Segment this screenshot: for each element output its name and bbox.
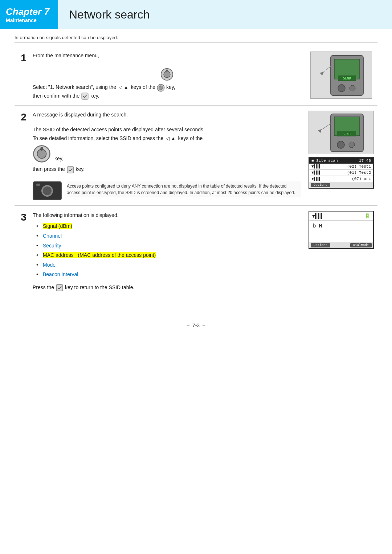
- options-btn[interactable]: Options: [311, 183, 330, 187]
- svg-point-24: [337, 141, 344, 148]
- step-2-text-3a: To see detailed information, select the …: [33, 135, 163, 141]
- step-3-text-end-a: Press the: [33, 284, 54, 290]
- bullet-beacon: Beacon Interval: [36, 270, 301, 279]
- detail-screen: ▼▌▌▌ 🔋 b H Options DialMode: [309, 211, 374, 249]
- title-block: Network search: [58, 0, 392, 29]
- detail-options-btn[interactable]: Options: [311, 243, 330, 247]
- step-3-text-1: The following information is displayed.: [33, 211, 301, 220]
- step-1-text-2a: Select "1. Network search", using the: [33, 84, 116, 90]
- detail-info-row: b H: [309, 221, 373, 242]
- bullet-signal: Signal (dBm): [36, 221, 301, 231]
- step-1-body: From the maintenance menu, Select "1. Ne…: [33, 52, 305, 100]
- step-1-text-3a: then confirm with the: [33, 93, 79, 99]
- site-scan-time: 17:40: [359, 159, 371, 163]
- site-scan-label: ■ Site scan: [311, 159, 338, 163]
- bullet-signal-text: Signal (dBm): [43, 223, 72, 229]
- ssid-3: (07) ori: [352, 177, 371, 181]
- svg-rect-19: [67, 167, 74, 173]
- step-2: 2 A message is displayed during the sear…: [15, 106, 377, 206]
- step-3: 3 The following information is displayed…: [15, 206, 377, 297]
- detail-screen-header: ▼▌▌▌ 🔋: [309, 212, 373, 221]
- ssid-2: (01) Test2: [347, 171, 371, 175]
- step-3-body: The following information is displayed. …: [33, 211, 305, 292]
- step-2-text-5b: key.: [76, 166, 85, 172]
- svg-text:SEND: SEND: [343, 77, 351, 80]
- return-key-icon: [56, 284, 64, 292]
- ssid-1: (02) Test1: [347, 164, 371, 169]
- step-1-text-3: then confirm with the key.: [33, 92, 301, 100]
- info-line: Information on signals detected can be d…: [15, 35, 377, 43]
- svg-rect-7: [82, 93, 88, 99]
- main-content: Information on signals detected can be d…: [0, 29, 392, 308]
- step-1-text-2c: key,: [166, 84, 175, 90]
- rotary-knob-icon: [160, 68, 173, 81]
- confirm-key-icon-2: [66, 166, 74, 174]
- svg-point-12: [338, 85, 345, 92]
- bullet-security: Security: [36, 241, 301, 251]
- bullet-channel-text: Channel: [43, 233, 62, 239]
- step-2-text-2: The SSID of the detected access points a…: [33, 126, 301, 134]
- bullet-security-text: Security: [43, 243, 61, 249]
- device-svg-2: SEND: [309, 111, 374, 154]
- arrow-keys-icon-2: ◁ ▲: [166, 136, 175, 141]
- rotary-small-icon: [157, 84, 165, 92]
- bullet-mac-text: MAC address (MAC address of the access p…: [43, 252, 156, 258]
- detail-bh-text: b H: [313, 223, 322, 229]
- step-1-text-2: Select "1. Network search", using the ◁ …: [33, 83, 301, 91]
- step-2-body: A message is displayed during the search…: [33, 111, 305, 200]
- step-2-text-3: To see detailed information, select the …: [33, 134, 301, 143]
- step-1-text-2b: keys of the: [131, 84, 155, 90]
- step-1-number: 1: [15, 52, 33, 100]
- site-scan-header: ■ Site scan 17:40: [309, 158, 373, 164]
- maintenance-label: Maintenance: [6, 17, 52, 23]
- svg-rect-27: [56, 284, 63, 291]
- svg-text:SEND: SEND: [343, 132, 351, 136]
- confirm-key-icon: [81, 92, 89, 100]
- step-2-note: Access points configured to deny ANY con…: [67, 181, 301, 197]
- step-2-text-5a: then press the: [33, 166, 65, 172]
- step-3-number: 3: [15, 211, 33, 292]
- step-2-text-3b: keys of the: [178, 135, 203, 141]
- step-2-image: SEND ■ Site scan 17:40 ▼▌▌▌ (02) Test1: [305, 111, 377, 200]
- detail-dialmode-btn[interactable]: DialMode: [350, 243, 372, 247]
- step-2-key-label: key,: [54, 155, 64, 163]
- step-3-image: ▼▌▌▌ 🔋 b H Options DialMode: [305, 211, 377, 292]
- bullet-mode: Mode: [36, 260, 301, 270]
- device-svg-1: SEND: [311, 52, 372, 99]
- step-3-text-end: Press the key to return to the SSID tabl…: [33, 283, 301, 292]
- step-2-number: 2: [15, 111, 33, 200]
- step-3-text-end-b: key to return to the SSID table.: [65, 284, 134, 290]
- signal-bars-3: ▼▌▌▌: [311, 177, 321, 181]
- step-2-text-1: A message is displayed during the search…: [33, 111, 301, 119]
- bullet-beacon-text: Beacon Interval: [43, 271, 78, 277]
- svg-marker-14: [320, 72, 323, 75]
- rotary-large-icon: [33, 145, 51, 163]
- site-scan-screen: ■ Site scan 17:40 ▼▌▌▌ (02) Test1 ▼▌▌▌ (…: [309, 157, 374, 189]
- detail-btn-row: Options DialMode: [309, 242, 373, 248]
- chapter-label: Chapter 7: [6, 6, 52, 17]
- step-2-text-5: then press the key.: [33, 165, 301, 174]
- step-2-note-row: Access points configured to deny ANY con…: [33, 181, 301, 200]
- step-1-image: SEND: [305, 52, 377, 100]
- bullet-channel: Channel: [36, 231, 301, 241]
- signal-bars-2: ▼▌▌▌: [311, 171, 321, 175]
- step-1: 1 From the maintenance menu, Select "1. …: [15, 46, 377, 106]
- options-row: Options: [309, 182, 373, 188]
- svg-point-13: [350, 85, 355, 91]
- chapter-label-block: Chapter 7 Maintenance: [0, 0, 58, 29]
- info-bullets: Signal (dBm) Channel Security MAC addres…: [36, 221, 301, 279]
- svg-marker-26: [318, 129, 322, 133]
- step-1-text-1: From the maintenance menu,: [33, 52, 301, 59]
- bullet-mode-text: Mode: [43, 262, 56, 268]
- arrow-keys-icon: ◁ ▲: [119, 85, 128, 90]
- step-1-text-3b: key.: [90, 93, 99, 99]
- ssid-row-2: ▼▌▌▌ (01) Test2: [309, 170, 373, 176]
- bullet-mac: MAC address (MAC address of the access p…: [36, 250, 301, 260]
- ssid-row-3: ▼▌▌▌ (07) ori: [309, 176, 373, 182]
- camera-icon: [33, 181, 62, 200]
- detail-signal-icon: ▼▌▌▌: [312, 213, 323, 219]
- page-number: － 7-3 －: [0, 323, 392, 329]
- ssid-row-1: ▼▌▌▌ (02) Test1: [309, 164, 373, 170]
- step-1-device-image: SEND: [310, 52, 372, 99]
- svg-point-25: [349, 142, 355, 148]
